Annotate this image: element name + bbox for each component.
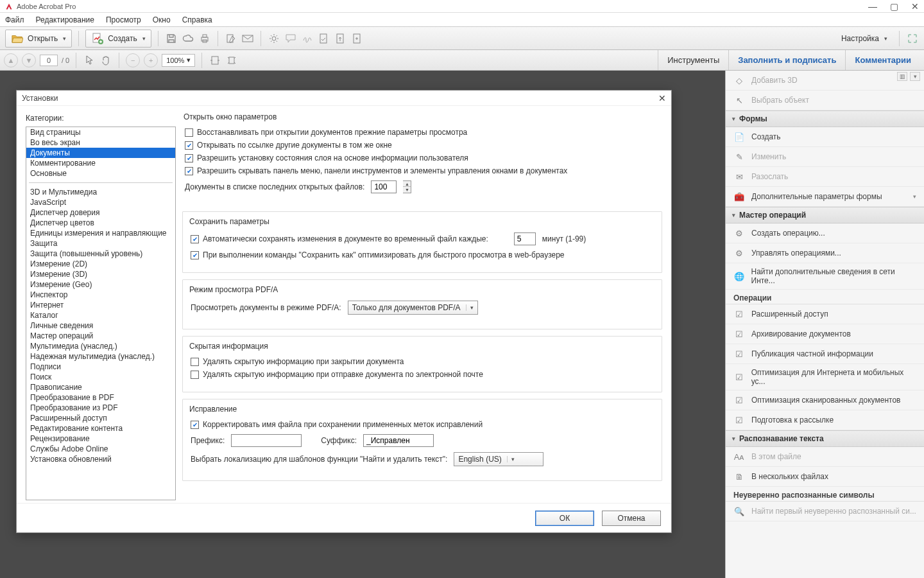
category-item[interactable]: Мастер операций	[26, 331, 175, 341]
category-item[interactable]: Поиск	[26, 372, 175, 382]
panel-item[interactable]: ☑Подготовка к рассылке	[726, 410, 924, 430]
category-item[interactable]: Редактирование контента	[26, 423, 175, 434]
panel-item[interactable]: ☑Публикация частной информации	[726, 344, 924, 364]
panel-item[interactable]: ☑Оптимизация для Интернета и мобильных у…	[726, 364, 924, 390]
panel-item[interactable]: ☑Оптимизация сканированных документов	[726, 390, 924, 410]
panel-section-ocr[interactable]: ▾Распознавание текста	[726, 430, 924, 447]
spinner-buttons[interactable]: ▲▼	[403, 180, 411, 193]
category-item[interactable]: Диспетчер доверия	[26, 207, 175, 218]
doc-plus-icon[interactable]	[351, 32, 364, 45]
minimize-button[interactable]: —	[868, 1, 877, 12]
category-item[interactable]: Измерение (Geo)	[26, 279, 175, 290]
open-button[interactable]: Открыть ▾	[5, 30, 72, 48]
panel-section-actions-wizard[interactable]: ▾Мастер операций	[726, 207, 924, 223]
panel-section-forms[interactable]: ▾Формы	[726, 110, 924, 127]
panel-view-toggle[interactable]: ▥▾	[896, 71, 921, 82]
zoom-dropdown[interactable]: 100%▾	[162, 54, 195, 67]
tab-fill-sign[interactable]: Заполнить и подписать	[728, 50, 845, 70]
panel-item[interactable]: ☑Архивирование документов	[726, 324, 924, 344]
category-item[interactable]: Инспектор	[26, 290, 175, 300]
category-item[interactable]: Установка обновлений	[26, 454, 175, 464]
select-tool-icon[interactable]	[83, 54, 96, 67]
tab-instruments[interactable]: Инструменты	[658, 50, 728, 70]
recent-docs-input[interactable]	[371, 180, 397, 193]
zoom-out-button[interactable]: −	[126, 53, 140, 67]
save-icon[interactable]	[165, 32, 178, 45]
category-item[interactable]: JavaScript	[26, 197, 175, 207]
hide-menubar-checkbox[interactable]: ✔Разрешить скрывать панель меню, панели …	[185, 166, 660, 175]
maximize-button[interactable]: ▢	[890, 1, 898, 12]
layer-state-checkbox[interactable]: ✔Разрешить установку состояния слоя на о…	[185, 153, 660, 162]
pdfa-mode-dropdown[interactable]: Только для документов PDF/A▾	[348, 301, 478, 315]
category-item[interactable]: Защита (повышенный уровень)	[26, 249, 175, 259]
mail-icon[interactable]	[241, 32, 254, 45]
doc-check-icon[interactable]	[318, 32, 330, 45]
ok-button[interactable]: ОК	[535, 511, 594, 526]
menu-help[interactable]: Справка	[182, 15, 212, 24]
panel-item[interactable]: ⚙Управлять операциями...	[726, 243, 924, 263]
category-item[interactable]: 3D и Мультимедиа	[26, 187, 175, 197]
category-item[interactable]: Мультимедиа (унаслед.)	[26, 341, 175, 351]
prefix-input[interactable]	[231, 434, 302, 447]
panel-item[interactable]: 🌐Найти дополнительные сведения в сети Ин…	[726, 263, 924, 290]
menu-edit[interactable]: Редактирование	[36, 15, 94, 24]
autosave-minutes-input[interactable]	[514, 232, 536, 245]
category-item[interactable]: Комментирование	[26, 158, 175, 168]
category-item[interactable]: Преобразование в PDF	[26, 392, 175, 403]
page-up-button[interactable]: ▲	[4, 53, 18, 67]
panel-item[interactable]: ☑Расширенный доступ	[726, 304, 924, 324]
fit-width-icon[interactable]	[209, 54, 221, 67]
category-item[interactable]: Надежная мультимедиа (унаслед.)	[26, 351, 175, 362]
menu-view[interactable]: Просмотр	[106, 15, 141, 24]
category-item[interactable]: Интернет	[26, 300, 175, 310]
hand-tool-icon[interactable]	[99, 54, 112, 67]
category-item[interactable]: Службы Adobe Online	[26, 444, 175, 454]
autosave-checkbox[interactable]: ✔Автоматически сохранять изменения в док…	[191, 234, 488, 243]
menu-window[interactable]: Окно	[153, 15, 171, 24]
close-button[interactable]: ✕	[911, 1, 919, 12]
dialog-close-button[interactable]: ✕	[658, 93, 666, 103]
category-item[interactable]: Вид страницы	[26, 127, 175, 137]
category-item[interactable]: Расширенный доступ	[26, 413, 175, 423]
cross-doc-links-checkbox[interactable]: ✔Открывать по ссылке другие документы в …	[185, 141, 660, 150]
category-item[interactable]: Правописание	[26, 382, 175, 392]
fit-page-icon[interactable]	[225, 54, 238, 67]
edit-page-icon[interactable]	[225, 32, 237, 45]
category-item[interactable]: Основные	[26, 168, 175, 179]
tab-comments[interactable]: Комментарии	[845, 50, 920, 70]
cancel-button[interactable]: Отмена	[602, 511, 661, 526]
spin-up-icon[interactable]: ▲	[403, 181, 411, 187]
panel-item[interactable]: 📄Создать	[726, 127, 924, 147]
create-button[interactable]: Создать ▾	[85, 30, 151, 48]
optimize-fast-web-checkbox[interactable]: ✔При выполнении команды "Сохранить как" …	[191, 250, 654, 259]
print-icon[interactable]	[198, 32, 211, 45]
category-item[interactable]: Подписи	[26, 362, 175, 372]
category-item[interactable]: Диспетчер цветов	[26, 218, 175, 228]
panel-item[interactable]: 🧰Дополнительные параметры формы▾	[726, 187, 924, 207]
categories-list[interactable]: Вид страницы Во весь экран Документы Ком…	[26, 127, 176, 500]
page-down-button[interactable]: ▼	[22, 53, 36, 67]
category-item[interactable]: Рецензирование	[26, 434, 175, 444]
menu-file[interactable]: Файл	[5, 15, 24, 24]
category-item-selected[interactable]: Документы	[26, 148, 175, 158]
customize-dropdown[interactable]: Настройка ▾	[836, 34, 893, 43]
remove-hidden-close-checkbox[interactable]: Удалять скрытую информацию при закрытии …	[191, 357, 654, 366]
category-item[interactable]: Личные сведения	[26, 320, 175, 331]
category-item[interactable]: Измерение (3D)	[26, 269, 175, 279]
category-item[interactable]: Во весь экран	[26, 137, 175, 148]
category-item[interactable]: Единицы измерения и направляющие	[26, 228, 175, 238]
restore-view-checkbox[interactable]: Восстанавливать при открытии документов …	[185, 128, 660, 137]
comment-icon[interactable]	[284, 32, 297, 45]
category-item[interactable]: Защита	[26, 238, 175, 249]
page-number-input[interactable]: 0	[40, 55, 58, 66]
cloud-icon[interactable]	[182, 32, 194, 45]
remove-hidden-email-checkbox[interactable]: Удалять скрытую информацию при отправке …	[191, 370, 654, 379]
adjust-filename-checkbox[interactable]: ✔Корректировать имя файла при сохранении…	[191, 420, 654, 429]
suffix-input[interactable]	[363, 434, 434, 447]
spin-down-icon[interactable]: ▼	[403, 187, 411, 193]
expand-icon[interactable]	[906, 32, 919, 45]
zoom-in-button[interactable]: +	[144, 53, 158, 67]
panel-item[interactable]: ⚙Создать операцию...	[726, 223, 924, 243]
panel-item[interactable]: 🗎В нескольких файлах	[726, 467, 924, 487]
gear-icon[interactable]	[268, 32, 280, 45]
